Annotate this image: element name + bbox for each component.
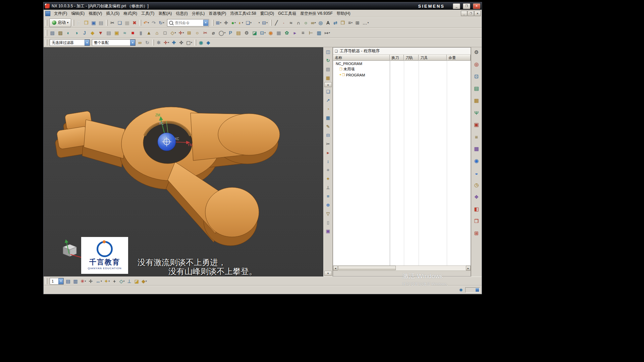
grid-gold-icon[interactable]: ⊞ xyxy=(185,29,193,37)
window-panes-icon[interactable]: ▤ xyxy=(324,65,332,73)
tree-row-unused[interactable]: ❒ 未用项 xyxy=(333,66,471,72)
red-box-icon[interactable]: ▣ xyxy=(473,121,480,128)
refresh-view-icon[interactable]: ↻ xyxy=(324,57,332,64)
column-header[interactable]: 余量 xyxy=(447,55,471,61)
history-clock-icon[interactable]: ◷ xyxy=(473,181,480,189)
perpendicular-icon[interactable]: ⊥ xyxy=(324,184,332,191)
arc-icon[interactable]: ∩ xyxy=(295,19,302,27)
background-icon[interactable]: ▭ ▾ xyxy=(253,19,261,27)
toolbar-grip[interactable] xyxy=(46,20,47,26)
target-icon[interactable]: ⊕ xyxy=(324,201,332,208)
mountain-icon[interactable]: ▲ xyxy=(145,29,153,37)
gear-icon[interactable]: ⚙ xyxy=(473,49,480,56)
toolbar-grip[interactable] xyxy=(152,40,154,46)
scroll-down-button[interactable]: ▼ xyxy=(324,271,332,276)
snap-enable-icon[interactable]: ✱ xyxy=(155,39,162,47)
palette-icon[interactable]: ▦ xyxy=(324,74,332,81)
menu-item[interactable]: 分析(L) xyxy=(190,10,207,17)
cut-icon[interactable]: ✂ xyxy=(324,140,332,147)
list-icon[interactable]: ≡ xyxy=(324,192,332,200)
cut-icon[interactable]: ✂ xyxy=(109,19,116,27)
mdi-minimize-button[interactable]: _ xyxy=(461,11,467,16)
layers-icon[interactable]: ▤ xyxy=(105,29,113,37)
chevron-down-icon[interactable]: ▾ xyxy=(85,40,90,46)
menu-item[interactable]: 文件(F) xyxy=(52,10,69,17)
spline-icon[interactable]: ≈ xyxy=(288,19,295,27)
edit-icon[interactable]: ✎ xyxy=(324,123,332,130)
menu-item[interactable]: 编辑(E) xyxy=(69,10,87,17)
export-icon[interactable]: ↗ xyxy=(324,97,332,104)
copy-view-icon[interactable]: ❏ xyxy=(324,88,332,95)
scroll-left-button[interactable]: ◄ xyxy=(333,266,338,270)
branch-icon[interactable]: ▽ xyxy=(324,210,332,217)
menu-item[interactable]: 视图(V) xyxy=(87,10,104,17)
plus-icon[interactable]: + xyxy=(111,277,118,285)
gold-box-icon[interactable]: ▣ xyxy=(113,29,121,37)
chevron-down-icon[interactable]: ▾ xyxy=(58,278,63,284)
toolbar-grip[interactable] xyxy=(72,20,74,26)
structure-tree-icon[interactable]: Ψ xyxy=(473,109,480,116)
selection-scope-combo[interactable]: 整个装配 ▾ xyxy=(92,39,136,46)
midpoint-icon[interactable]: ✚ xyxy=(170,39,177,47)
leaf-icon[interactable]: ✿ xyxy=(283,29,291,37)
shaded-view-icon[interactable]: ● ▾ xyxy=(230,19,237,27)
chevron-down-icon[interactable]: ▾ xyxy=(130,40,135,46)
column-header[interactable]: 刀轨 xyxy=(404,55,419,61)
wave-icon[interactable]: ≈ xyxy=(121,29,129,37)
delete-icon[interactable]: ✖ xyxy=(131,19,138,27)
output-icon[interactable]: ↦ ▾ xyxy=(323,29,331,37)
restore-button[interactable]: ❐ xyxy=(463,3,470,9)
gold-diamond-icon[interactable]: ◆ xyxy=(89,29,97,37)
paste-icon[interactable]: ▥ xyxy=(124,19,131,27)
snap-grid-icon[interactable]: ✛ xyxy=(87,277,94,285)
text-icon[interactable]: A xyxy=(325,19,332,27)
render-style-icon[interactable]: ◐ ▾ xyxy=(237,19,245,27)
notebook-icon[interactable]: ▤ xyxy=(235,29,243,37)
toolbar-grip[interactable] xyxy=(140,20,141,26)
toolbar-grip[interactable] xyxy=(46,278,47,284)
notification-icon[interactable]: ✱ xyxy=(459,288,463,293)
column-header[interactable]: 换刀 xyxy=(390,55,404,61)
hexagon-icon[interactable]: ◆ ▾ xyxy=(141,277,148,285)
bookmark-icon[interactable]: ▣ xyxy=(324,227,332,235)
toolbar-grip[interactable] xyxy=(212,20,214,26)
search-input[interactable] xyxy=(174,20,203,25)
menu-item[interactable]: 格式(R) xyxy=(121,10,139,17)
section-view-icon[interactable]: ⊟ xyxy=(324,131,332,139)
copy-icon[interactable]: ❏ xyxy=(116,19,123,27)
column-header[interactable]: 名称 xyxy=(333,55,390,61)
tiger-icon[interactable]: ◉ xyxy=(267,29,275,37)
texture-icon[interactable]: ▩ xyxy=(473,145,480,153)
chart-icon[interactable]: ◧ xyxy=(473,205,480,213)
search-dropdown-button[interactable]: ▾ xyxy=(203,20,208,26)
database-icon[interactable]: ◒ xyxy=(473,169,480,177)
scissors-red-icon[interactable]: ✂ xyxy=(202,29,209,37)
datum-icon[interactable]: ◇ ▾ xyxy=(118,277,125,285)
flag-icon[interactable]: ▸ xyxy=(324,149,332,156)
start-button[interactable]: 启动 ▾ xyxy=(49,18,71,27)
solid-cube-icon[interactable]: ◆ xyxy=(205,39,212,47)
hole-icon[interactable]: ◯ ▾ xyxy=(218,29,226,37)
close-button[interactable]: ✕ xyxy=(473,3,480,9)
folder-icon[interactable]: ❒ xyxy=(473,218,480,225)
linked-rings-icon[interactable]: ∞ ▾ xyxy=(310,19,317,27)
molecule-icon[interactable]: ✳ ▾ xyxy=(79,277,87,285)
chart-icon[interactable]: ◪ xyxy=(251,29,259,37)
hook-icon[interactable]: J xyxy=(81,29,89,37)
tree-row-nc-program[interactable]: NC_PROGRAM xyxy=(333,61,471,66)
toolbar-grip[interactable] xyxy=(195,40,196,46)
wcs-star-icon[interactable]: ✦ ▾ xyxy=(103,277,111,285)
point-icon[interactable]: ∙ xyxy=(280,19,287,27)
pan-icon[interactable]: ✚ xyxy=(223,19,230,27)
layers-icon[interactable]: ▤ xyxy=(473,85,480,92)
machining-wizards-icon[interactable]: ◎ xyxy=(473,61,480,68)
scroll-right-button[interactable]: ► xyxy=(466,266,471,270)
circle-icon[interactable]: ○ xyxy=(303,19,310,27)
display-part-icon[interactable]: ◫ xyxy=(324,48,332,55)
menu-item[interactable]: 工具(T) xyxy=(139,10,156,17)
status-mini-icon[interactable] xyxy=(476,288,479,292)
monitor-icon[interactable]: ⊡ xyxy=(473,73,480,80)
swap-icon[interactable]: ⇄ xyxy=(332,19,339,27)
work-layer-combo[interactable]: 1 ▾ xyxy=(50,278,64,285)
menu-item[interactable]: 窗口(O) xyxy=(258,10,276,17)
